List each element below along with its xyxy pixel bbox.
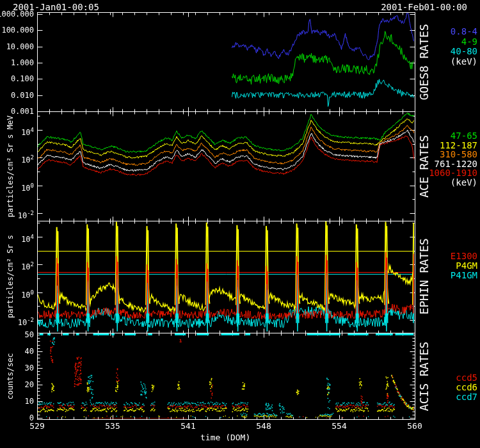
legend-ephin-0: E1300 — [407, 252, 477, 261]
x-tick-label-529: 529 — [18, 421, 56, 431]
legend-goes8-2: 40-80 — [407, 47, 477, 56]
plot-page: { "titles": {"left": "2001-Jan01-00:05",… — [0, 0, 480, 448]
x-tick-label-548: 548 — [244, 421, 283, 431]
y-tick-label-acis-0: 50 — [0, 330, 34, 339]
y-tick-label-ephin-0: 104 — [0, 232, 34, 241]
legend-acis-0: ccd5 — [407, 373, 477, 383]
legend-ace-5: (keV) — [407, 178, 477, 188]
legend-acis-1: ccd6 — [407, 383, 477, 392]
x-axis-label: time (DOM) — [200, 433, 250, 442]
legend-goes8-3: (keV) — [407, 57, 477, 67]
legend-ace-0: 47-65 — [407, 131, 477, 141]
y-axis-label-ephin: particles/cm² Sr s — [6, 235, 15, 318]
y-tick-label-goes8-4: 0.100 — [0, 74, 34, 83]
x-tick-label-535: 535 — [93, 421, 132, 431]
y-tick-label-goes8-0: 1000.000 — [0, 10, 34, 19]
y-tick-label-acis-1: 40 — [0, 347, 34, 356]
x-tick-label-541: 541 — [169, 421, 207, 431]
y-tick-label-ace-2: 100 — [0, 181, 34, 190]
legend-acis-2: ccd7 — [407, 392, 477, 402]
y-tick-label-ace-0: 104 — [0, 125, 34, 134]
y-tick-label-ephin-2: 100 — [0, 288, 34, 297]
legend-ace-2: 310-580 — [407, 150, 477, 159]
y-tick-label-ephin-1: 102 — [0, 260, 34, 269]
y-tick-label-acis-2: 30 — [0, 364, 34, 372]
legend-goes8-1: 4-9 — [407, 37, 477, 47]
y-axis-label-acis: counts/sec — [6, 353, 15, 399]
y-tick-label-acis-4: 10 — [0, 397, 34, 406]
title-end-time: 2001-Feb01-00:00 — [381, 2, 467, 12]
legend-goes8-0: 0.8-4 — [407, 27, 477, 36]
y-tick-label-ace-1: 102 — [0, 153, 34, 162]
x-tick-label-560: 560 — [396, 421, 434, 431]
y-tick-label-goes8-6: 0.001 — [0, 107, 34, 116]
y-tick-label-goes8-1: 100.000 — [0, 26, 34, 35]
y-tick-label-ace-3: 10-2 — [0, 209, 34, 218]
y-tick-label-goes8-5: 0.010 — [0, 91, 34, 100]
y-tick-label-goes8-2: 10.000 — [0, 42, 34, 51]
legend-ephin-2: P41GM — [407, 271, 477, 280]
y-tick-label-acis-3: 20 — [0, 380, 34, 389]
legend-ephin-1: P4GM — [407, 261, 477, 271]
y-tick-label-ephin-3: 10-2 — [0, 316, 34, 324]
x-tick-label-554: 554 — [320, 421, 358, 431]
y-tick-label-goes8-3: 1.000 — [0, 58, 34, 67]
